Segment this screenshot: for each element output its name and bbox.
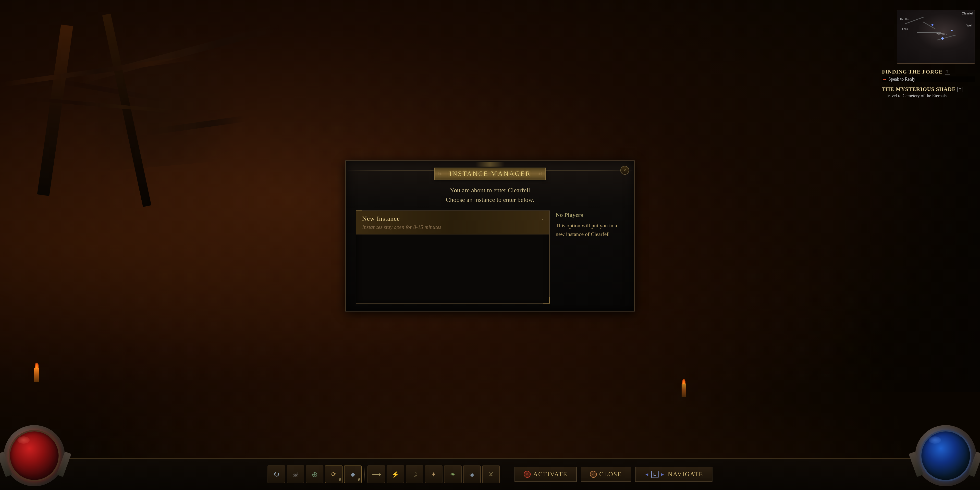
skill-slot-4[interactable]: ⟳ 6 [325,466,342,483]
close-x-icon: × [624,168,626,173]
health-orb [9,430,60,481]
ground-glow [0,360,980,458]
health-orb-container [5,426,64,485]
quest-title-1: Finding the Forge T [882,68,975,75]
map-path [937,35,956,41]
skill-slot-9[interactable]: ✦ [425,466,442,483]
dialog-body: You are about to enter Clearfell Choose … [346,181,634,311]
skill-slot-10[interactable]: ❧ [444,466,461,483]
quest-badge-1: T [945,69,950,75]
tooltip-description: This option will put you in a new instan… [556,221,624,239]
mana-orb [920,430,971,481]
instance-list-empty [356,234,549,303]
l-key-icon: L [651,471,659,478]
quest-title-2-text: The Mysterious Shade [882,86,956,92]
title-plate: Instance Manager [434,167,546,180]
skill-bar: ↻ ☠ ⊕ ⟳ 6 ◆ 6 ⟶ ⚡ ☽ [267,466,500,483]
navigate-left-icon: ◄ [644,472,650,477]
quest-title-2: The Mysterious Shade T [882,86,975,92]
instance-manager-dialog: Instance Manager × You are about to ente… [345,161,635,312]
minimap-inner: Clearfell The Ho... Falls Waypo... Well [897,10,975,63]
activate-button[interactable]: ✕ Activate [514,467,577,482]
skill-slot-1[interactable]: ↻ [267,466,285,483]
title-line-left [346,170,434,171]
mana-orb-highlight [929,436,941,444]
instance-list: New Instance - Instances stay open for 8… [356,210,550,304]
dialog-subtitle: You are about to enter Clearfell Choose … [356,186,624,205]
dialog-subtitle-line1: You are about to enter Clearfell [356,186,624,195]
skill-slot-4-num: 6 [339,478,341,482]
map-path [923,21,935,29]
map-dot-main [941,37,944,40]
quest-task-2-text: Travel to Cemetery of the Eternals [886,93,947,99]
dialog-close-button[interactable]: × [620,166,629,175]
skill-slot-7[interactable]: ⚡ [387,466,404,483]
close-label: Close [599,471,622,478]
navigate-button[interactable]: ◄ L ► Navigate [635,467,713,482]
activate-icon: ✕ [524,471,531,478]
bottom-buttons-group: ✕ Activate ○ Close ◄ L ► Navigate [514,467,713,482]
close-icon: ○ [590,471,597,478]
quest-task-2: – Travel to Cemetery of the Eternals [882,93,975,99]
quest-task-1-text: Speak to Renly [888,77,915,82]
mana-orb-container [916,426,975,485]
skill-slot-12[interactable]: ⚔ [482,466,500,483]
quest-badge-2: T [958,87,963,92]
navigate-label: Navigate [668,471,703,478]
navigate-right-icon: ► [660,472,665,477]
skill-slot-5-num: 6 [358,478,360,482]
quest-task-1: → Speak to Renly [882,76,975,82]
skill-separator [364,467,365,482]
action-bar: ↻ ☠ ⊕ ⟳ 6 ◆ 6 ⟶ ⚡ ☽ [0,458,980,490]
title-top-ornament [475,162,505,167]
activate-label: Activate [533,471,568,478]
instance-row-title: New Instance - [362,215,543,223]
instance-note: Instances stay open for 8-15 minutes [362,224,543,230]
minimap-area-label: Clearfell [962,11,974,15]
instance-row-new[interactable]: New Instance - Instances stay open for 8… [356,211,549,234]
minimap-sub-label-1: The Ho... [900,18,911,21]
title-ornament: Instance Manager [346,161,634,181]
health-orb-highlight [18,436,30,444]
skill-slot-8[interactable]: ☽ [406,466,423,483]
skill-slot-5[interactable]: ◆ 6 [344,466,362,483]
dialog-container: Instance Manager × You are about to ente… [345,161,635,312]
instance-players: - [542,216,543,222]
navigate-icon-group: ◄ L ► [644,471,665,478]
minimap-sub-label-4: Well [967,24,972,27]
map-dot-2 [951,30,953,31]
skill-slot-6[interactable]: ⟶ [368,466,385,483]
skill-slot-2[interactable]: ☠ [286,466,304,483]
instance-tooltip: No Players This option will put you in a… [556,210,624,239]
tooltip-no-players: No Players [556,210,624,219]
minimap-sub-label-2: Falls [902,27,908,30]
atmosphere-shadow [62,13,246,174]
torch-right-flame [682,379,686,384]
dialog-title-text: Instance Manager [449,170,531,177]
minimap-sub-label-3: Waypo... [936,32,947,35]
skill-slot-3[interactable]: ⊕ [306,466,323,483]
dialog-title-bar: Instance Manager × [346,161,634,181]
dialog-subtitle-line2: Choose an instance to enter below. [356,195,624,205]
map-dot-blue [931,24,934,26]
skill-slot-11[interactable]: ◈ [463,466,481,483]
quest-arrow-icon: → [882,76,887,82]
torch-left [34,368,39,382]
minimap[interactable]: Clearfell The Ho... Falls Waypo... Well [897,10,975,64]
instance-list-wrapper: New Instance - Instances stay open for 8… [356,210,624,304]
torch-flame [35,363,39,369]
quest-dash-icon: – [882,93,884,99]
torch-right [682,383,686,397]
instance-name: New Instance [362,215,400,223]
quest-title-1-text: Finding the Forge [882,68,943,75]
quest-log: Finding the Forge T → Speak to Renly The… [882,68,975,99]
close-button[interactable]: ○ Close [581,467,631,482]
